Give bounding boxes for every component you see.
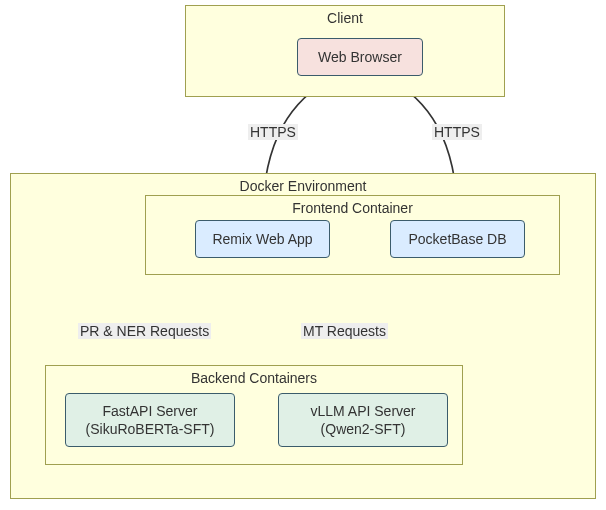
edge-label-pr-ner: PR & NER Requests — [78, 323, 211, 339]
cluster-client-title: Client — [186, 10, 504, 26]
node-web-browser-label: Web Browser — [304, 48, 416, 66]
edge-label-mt: MT Requests — [301, 323, 388, 339]
node-remix: Remix Web App — [195, 220, 330, 258]
cluster-docker-title: Docker Environment — [11, 178, 595, 194]
edge-label-https-left: HTTPS — [248, 124, 298, 140]
node-remix-label: Remix Web App — [202, 230, 323, 248]
node-pocketbase: PocketBase DB — [390, 220, 525, 258]
node-fastapi: FastAPI Server (SikuRoBERTa-SFT) — [65, 393, 235, 447]
node-pocketbase-label: PocketBase DB — [397, 230, 518, 248]
architecture-diagram: Client Web Browser Docker Environment Fr… — [0, 0, 606, 510]
edge-label-https-right: HTTPS — [432, 124, 482, 140]
node-fastapi-line1: FastAPI Server — [72, 402, 228, 420]
node-web-browser: Web Browser — [297, 38, 423, 76]
node-vllm-line2: (Qwen2-SFT) — [285, 420, 441, 438]
node-vllm-line1: vLLM API Server — [285, 402, 441, 420]
node-fastapi-line2: (SikuRoBERTa-SFT) — [72, 420, 228, 438]
cluster-frontend-title: Frontend Container — [146, 200, 559, 216]
node-vllm: vLLM API Server (Qwen2-SFT) — [278, 393, 448, 447]
cluster-backend-title: Backend Containers — [46, 370, 462, 386]
